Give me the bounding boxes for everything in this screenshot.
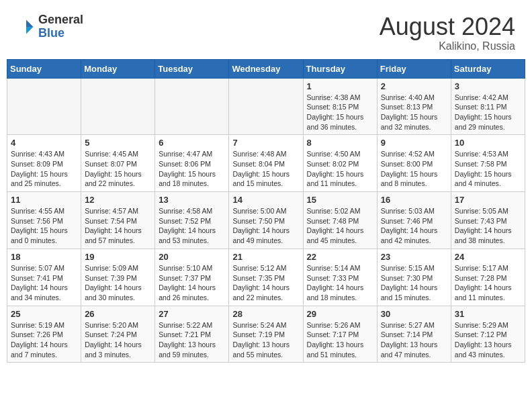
calendar-cell: 8Sunrise: 4:50 AM Sunset: 8:02 PM Daylig… [303,135,377,192]
calendar-cell: 15Sunrise: 5:02 AM Sunset: 7:48 PM Dayli… [303,192,377,249]
day-info: Sunrise: 5:00 AM Sunset: 7:50 PM Dayligh… [232,206,299,246]
calendar-cell: 3Sunrise: 4:42 AM Sunset: 8:11 PM Daylig… [451,78,525,135]
calendar-cell: 27Sunrise: 5:22 AM Sunset: 7:21 PM Dayli… [155,306,229,363]
calendar-cell: 17Sunrise: 5:05 AM Sunset: 7:43 PM Dayli… [451,192,525,249]
day-number: 18 [11,252,77,262]
weekday-header-monday: Monday [81,59,155,78]
day-info: Sunrise: 5:05 AM Sunset: 7:43 PM Dayligh… [455,206,521,246]
day-info: Sunrise: 5:22 AM Sunset: 7:21 PM Dayligh… [159,320,225,360]
calendar-cell [81,78,155,135]
day-number: 3 [455,81,521,91]
calendar-cell: 4Sunrise: 4:43 AM Sunset: 8:09 PM Daylig… [7,135,81,192]
page-header: General Blue August 2024 Kalikino, Russi… [7,7,525,56]
day-number: 4 [11,138,77,148]
day-number: 30 [381,309,447,319]
day-info: Sunrise: 4:58 AM Sunset: 7:52 PM Dayligh… [159,206,225,246]
day-info: Sunrise: 4:42 AM Sunset: 8:11 PM Dayligh… [455,93,521,132]
day-number: 6 [159,138,225,148]
day-number: 14 [232,195,299,205]
calendar-cell [229,78,303,135]
day-number: 23 [381,252,447,262]
calendar-cell: 23Sunrise: 5:15 AM Sunset: 7:30 PM Dayli… [377,248,451,306]
weekday-header-row: SundayMondayTuesdayWednesdayThursdayFrid… [7,59,525,78]
day-info: Sunrise: 4:48 AM Sunset: 8:04 PM Dayligh… [232,149,299,189]
day-number: 10 [455,138,521,148]
day-number: 28 [232,309,299,319]
day-info: Sunrise: 4:50 AM Sunset: 8:02 PM Dayligh… [307,149,373,189]
day-info: Sunrise: 5:14 AM Sunset: 7:33 PM Dayligh… [307,263,373,303]
calendar-cell: 29Sunrise: 5:26 AM Sunset: 7:17 PM Dayli… [303,306,377,363]
calendar-cell: 16Sunrise: 5:03 AM Sunset: 7:46 PM Dayli… [377,192,451,249]
day-info: Sunrise: 4:45 AM Sunset: 8:07 PM Dayligh… [85,149,151,189]
day-info: Sunrise: 4:53 AM Sunset: 7:58 PM Dayligh… [455,149,521,189]
calendar-cell [155,78,229,135]
day-number: 25 [11,309,77,319]
month-year-title: August 2024 [380,13,515,40]
day-info: Sunrise: 5:10 AM Sunset: 7:37 PM Dayligh… [159,263,225,303]
day-number: 8 [307,138,373,148]
calendar-cell: 10Sunrise: 4:53 AM Sunset: 7:58 PM Dayli… [451,135,525,192]
calendar-cell: 7Sunrise: 4:48 AM Sunset: 8:04 PM Daylig… [229,135,303,192]
day-info: Sunrise: 4:43 AM Sunset: 8:09 PM Dayligh… [11,149,77,189]
day-number: 19 [85,252,151,262]
day-info: Sunrise: 4:40 AM Sunset: 8:13 PM Dayligh… [381,93,447,132]
day-number: 2 [381,81,447,91]
weekday-header-thursday: Thursday [303,59,377,78]
day-info: Sunrise: 4:38 AM Sunset: 8:15 PM Dayligh… [307,93,373,132]
calendar-cell: 30Sunrise: 5:27 AM Sunset: 7:14 PM Dayli… [377,306,451,363]
day-info: Sunrise: 5:29 AM Sunset: 7:12 PM Dayligh… [455,320,521,360]
day-info: Sunrise: 4:55 AM Sunset: 7:56 PM Dayligh… [11,206,77,246]
day-info: Sunrise: 5:03 AM Sunset: 7:46 PM Dayligh… [381,206,447,246]
calendar-cell: 21Sunrise: 5:12 AM Sunset: 7:35 PM Dayli… [229,248,303,306]
calendar-cell: 24Sunrise: 5:17 AM Sunset: 7:28 PM Dayli… [451,248,525,306]
day-number: 15 [307,195,373,205]
day-info: Sunrise: 5:07 AM Sunset: 7:41 PM Dayligh… [11,263,77,303]
day-info: Sunrise: 5:27 AM Sunset: 7:14 PM Dayligh… [381,320,447,360]
weekday-header-friday: Friday [377,59,451,78]
calendar-cell: 31Sunrise: 5:29 AM Sunset: 7:12 PM Dayli… [451,306,525,363]
day-number: 11 [11,195,77,205]
day-info: Sunrise: 5:15 AM Sunset: 7:30 PM Dayligh… [381,263,447,303]
weekday-header-wednesday: Wednesday [229,59,303,78]
day-number: 31 [455,309,521,319]
day-number: 13 [159,195,225,205]
calendar-week-4: 18Sunrise: 5:07 AM Sunset: 7:41 PM Dayli… [7,248,525,306]
logo-blue: Blue [38,27,83,40]
calendar-cell: 26Sunrise: 5:20 AM Sunset: 7:24 PM Dayli… [81,306,155,363]
day-number: 21 [232,252,299,262]
calendar-week-5: 25Sunrise: 5:19 AM Sunset: 7:26 PM Dayli… [7,306,525,363]
svg-marker-1 [26,27,34,34]
calendar-cell: 13Sunrise: 4:58 AM Sunset: 7:52 PM Dayli… [155,192,229,249]
logo-icon [17,17,36,36]
weekday-header-sunday: Sunday [7,59,81,78]
day-number: 22 [307,252,373,262]
day-info: Sunrise: 5:20 AM Sunset: 7:24 PM Dayligh… [85,320,151,360]
day-number: 29 [307,309,373,319]
day-number: 26 [85,309,151,319]
day-number: 24 [455,252,521,262]
day-info: Sunrise: 5:12 AM Sunset: 7:35 PM Dayligh… [232,263,299,303]
day-number: 1 [307,81,373,91]
calendar-table: SundayMondayTuesdayWednesdayThursdayFrid… [7,59,525,363]
calendar-cell: 11Sunrise: 4:55 AM Sunset: 7:56 PM Dayli… [7,192,81,249]
calendar-cell: 28Sunrise: 5:24 AM Sunset: 7:19 PM Dayli… [229,306,303,363]
calendar-cell: 20Sunrise: 5:10 AM Sunset: 7:37 PM Dayli… [155,248,229,306]
day-number: 5 [85,138,151,148]
calendar-cell [7,78,81,135]
calendar-cell: 1Sunrise: 4:38 AM Sunset: 8:15 PM Daylig… [303,78,377,135]
day-info: Sunrise: 4:47 AM Sunset: 8:06 PM Dayligh… [159,149,225,189]
day-number: 7 [232,138,299,148]
day-info: Sunrise: 4:57 AM Sunset: 7:54 PM Dayligh… [85,206,151,246]
calendar-cell: 9Sunrise: 4:52 AM Sunset: 8:00 PM Daylig… [377,135,451,192]
calendar-week-1: 1Sunrise: 4:38 AM Sunset: 8:15 PM Daylig… [7,78,525,135]
calendar-cell: 14Sunrise: 5:00 AM Sunset: 7:50 PM Dayli… [229,192,303,249]
day-number: 16 [381,195,447,205]
calendar-cell: 12Sunrise: 4:57 AM Sunset: 7:54 PM Dayli… [81,192,155,249]
calendar-cell: 25Sunrise: 5:19 AM Sunset: 7:26 PM Dayli… [7,306,81,363]
day-number: 9 [381,138,447,148]
calendar-cell: 2Sunrise: 4:40 AM Sunset: 8:13 PM Daylig… [377,78,451,135]
day-info: Sunrise: 5:17 AM Sunset: 7:28 PM Dayligh… [455,263,521,303]
logo: General Blue [17,13,83,40]
calendar-cell: 18Sunrise: 5:07 AM Sunset: 7:41 PM Dayli… [7,248,81,306]
day-number: 27 [159,309,225,319]
